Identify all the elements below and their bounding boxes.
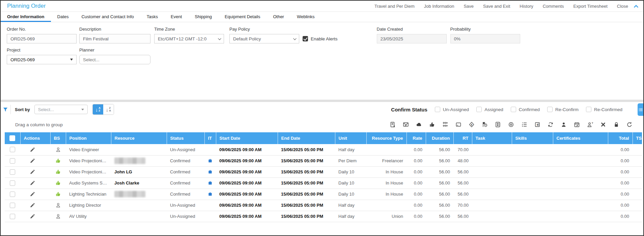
numbered-list-icon[interactable]	[521, 122, 527, 128]
time-clock-icon[interactable]	[481, 122, 488, 128]
column-header-skills[interactable]: Skills	[512, 132, 553, 144]
column-header-end[interactable]: End Date	[278, 132, 335, 144]
thumbs-up-icon[interactable]	[429, 122, 435, 128]
tab-customer-and-contact-info[interactable]: Customer and Contact Info	[75, 12, 140, 22]
table-row[interactable]: Video Projectionist SrConfirmed09/06/202…	[5, 155, 642, 166]
target-icon[interactable]	[508, 122, 514, 128]
sync-icon[interactable]	[547, 122, 554, 128]
delete-x-icon[interactable]	[600, 122, 606, 128]
tab-event[interactable]: Event	[164, 12, 188, 22]
row-checkbox[interactable]	[10, 203, 15, 208]
edit-row-button[interactable]	[24, 202, 47, 208]
edit-row-button[interactable]	[24, 158, 47, 164]
enable-alerts-checkbox[interactable]	[303, 36, 308, 41]
row-checkbox[interactable]	[10, 169, 15, 175]
menu-item-job-information[interactable]: Job Information	[419, 1, 459, 12]
edit-row-button[interactable]	[24, 213, 47, 219]
sort-by-select[interactable]: Select...	[34, 105, 88, 114]
sort-descending-za-icon[interactable]: ↓ZA	[103, 104, 114, 114]
tab-order-information[interactable]: Order Information	[1, 12, 51, 22]
calendar-edit-icon[interactable]	[573, 122, 580, 128]
mail-check-icon[interactable]	[402, 122, 409, 128]
sort-ascending-az-icon[interactable]: ↓AZ	[93, 104, 103, 114]
status-filter-assigned[interactable]: Assigned	[476, 107, 503, 112]
tab-equipment-details[interactable]: Equipment Details	[218, 12, 267, 22]
payment-card-icon[interactable]	[455, 122, 461, 128]
tab-other[interactable]: Other	[267, 12, 290, 22]
table-row[interactable]: Video Projectionist (9…John LGConfirmed0…	[5, 166, 642, 177]
checkbox[interactable]	[547, 107, 553, 112]
menu-item-close[interactable]: Close	[612, 1, 633, 12]
status-filter-confirmed[interactable]: Confirmed	[511, 107, 540, 112]
description-input[interactable]	[79, 34, 150, 43]
tab-dates[interactable]: Dates	[51, 12, 75, 22]
table-row[interactable]: Audio Systems Speci…Josh ClarkeConfirmed…	[5, 177, 642, 189]
select-all-checkbox[interactable]	[9, 135, 15, 141]
status-filter-re-confirmed[interactable]: Re-Confirmed	[586, 107, 622, 112]
table-row[interactable]: Video EngineerUn-Assigned09/06/2025 09:0…	[5, 144, 642, 155]
cloud-icon[interactable]	[416, 122, 422, 128]
column-header-it[interactable]: IT	[204, 132, 216, 144]
menu-item-export-timesheet[interactable]: Export Timesheet	[569, 1, 612, 12]
column-header-resource[interactable]: Resource	[111, 132, 167, 144]
menu-item-history[interactable]: History	[515, 1, 538, 12]
column-header-status[interactable]: Status	[167, 132, 204, 144]
tab-shipping[interactable]: Shipping	[188, 12, 218, 22]
order-no-field: Order No.	[7, 27, 77, 43]
project-select[interactable]: ORD25-069	[7, 55, 77, 64]
row-checkbox[interactable]	[10, 214, 15, 219]
row-checkbox[interactable]	[10, 180, 15, 186]
pay-policy-select[interactable]: Default Policy	[229, 34, 299, 43]
report-contact-icon[interactable]	[389, 122, 396, 128]
column-header-ts[interactable]: TS	[633, 132, 642, 144]
row-checkbox[interactable]	[10, 158, 15, 164]
column-header-task[interactable]: Task	[472, 132, 512, 144]
column-header-duration[interactable]: Duration	[426, 132, 453, 144]
menu-item-comments[interactable]: Comments	[538, 1, 569, 12]
tab-tasks[interactable]: Tasks	[140, 12, 164, 22]
checkbox[interactable]	[476, 107, 482, 112]
menu-item-save[interactable]: Save	[459, 1, 478, 12]
checkbox[interactable]	[586, 107, 591, 112]
column-header-resource_type[interactable]: Resource Type	[366, 132, 407, 144]
address-book-icon[interactable]	[495, 122, 501, 128]
column-header-start[interactable]: Start Date	[216, 132, 278, 144]
column-header-total[interactable]: Total	[608, 132, 633, 144]
edit-row-button[interactable]	[24, 169, 47, 175]
tab-weblinks[interactable]: Weblinks	[290, 12, 321, 22]
filter-funnel-icon[interactable]	[1, 107, 10, 112]
refresh-icon[interactable]	[626, 122, 633, 128]
time-zone-select[interactable]: Etc/GMT+12 GMT -12:0	[154, 34, 224, 43]
checkbox[interactable]	[435, 107, 440, 112]
status-filter-re-confirm[interactable]: Re-Confirm	[547, 107, 579, 112]
edit-row-button[interactable]	[24, 147, 47, 153]
column-settings-tab[interactable]	[638, 103, 643, 116]
row-checkbox[interactable]	[10, 192, 15, 197]
status-filter-un-assigned[interactable]: Un-Assigned	[435, 107, 469, 112]
edit-row-button[interactable]	[24, 180, 47, 186]
menu-item-travel-and-per-diem[interactable]: Travel and Per Diem	[370, 1, 419, 12]
column-header-actions[interactable]: Actions	[20, 132, 50, 144]
column-header-rt[interactable]: RT	[453, 132, 472, 144]
table-row[interactable]: Lighting TechnicianConfirmed09/06/2025 0…	[5, 189, 642, 200]
column-header-unit[interactable]: Unit	[335, 132, 366, 144]
invoice-icon[interactable]: $	[534, 122, 540, 128]
table-row[interactable]: AV UtilityUn-Assigned09/06/2025 09:00 AM…	[5, 211, 642, 222]
row-checkbox[interactable]	[10, 147, 15, 152]
planner-input[interactable]	[79, 55, 150, 64]
user-question-icon[interactable]: ?	[587, 122, 593, 128]
edit-row-button[interactable]	[24, 191, 47, 197]
user-icon[interactable]	[560, 122, 567, 128]
order-no-input[interactable]	[7, 34, 77, 43]
cash-tag-icon[interactable]: $	[468, 122, 475, 128]
checkbox[interactable]	[511, 107, 516, 112]
lock-icon[interactable]	[613, 122, 619, 128]
column-header-rate[interactable]: Rate	[407, 132, 426, 144]
resource-split-icon[interactable]	[442, 122, 448, 128]
chevron-up-icon[interactable]	[633, 4, 643, 8]
column-header-bs[interactable]: BS	[50, 132, 66, 144]
column-header-position[interactable]: Position	[66, 132, 111, 144]
menu-item-save-and-exit[interactable]: Save and Exit	[478, 1, 515, 12]
table-row[interactable]: Lighting DirectorUn-Assigned09/06/2025 0…	[5, 200, 642, 211]
column-header-certificates[interactable]: Certificates	[553, 132, 608, 144]
